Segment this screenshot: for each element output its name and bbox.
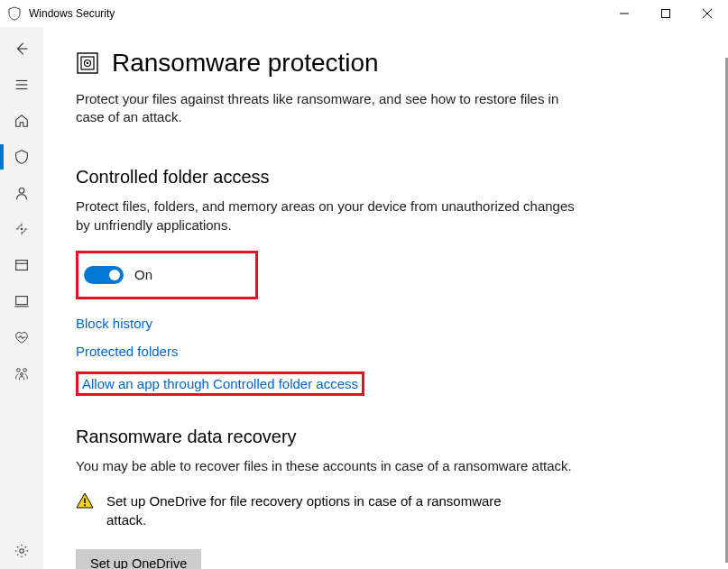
window-controls: [604, 0, 728, 27]
nav-family-options[interactable]: [0, 355, 43, 391]
cfa-desc: Protect files, folders, and memory areas…: [76, 197, 581, 234]
cfa-toggle[interactable]: [84, 266, 124, 284]
nav-account-protection[interactable]: [0, 175, 43, 211]
ransomware-icon: [76, 51, 99, 75]
recovery-warning: Set up OneDrive for file recovery option…: [106, 491, 539, 529]
nav-device-security[interactable]: [0, 283, 43, 319]
svg-point-9: [21, 228, 23, 230]
svg-point-8: [19, 188, 24, 193]
nav-settings[interactable]: [0, 533, 43, 569]
window-title: Windows Security: [29, 7, 115, 20]
svg-point-21: [87, 62, 88, 64]
minimize-button[interactable]: [604, 0, 645, 27]
nav-virus-protection[interactable]: [0, 139, 43, 175]
nav-back[interactable]: [0, 31, 43, 67]
svg-point-15: [23, 369, 27, 372]
content-area: Ransomware protection Protect your files…: [43, 27, 728, 569]
link-allow-app-highlight: Allow an app through Controlled folder a…: [76, 372, 364, 396]
warning-icon: [76, 491, 94, 512]
page-title: Ransomware protection: [112, 49, 379, 78]
cfa-toggle-highlight: On: [76, 251, 258, 299]
maximize-button[interactable]: [645, 0, 687, 27]
svg-point-16: [21, 372, 23, 375]
nav-menu[interactable]: [0, 67, 43, 103]
cfa-title: Controlled folder access: [76, 167, 692, 188]
nav-device-performance[interactable]: [0, 319, 43, 355]
link-block-history[interactable]: Block history: [76, 316, 152, 331]
link-allow-app[interactable]: Allow an app through Controlled folder a…: [82, 376, 358, 391]
svg-rect-1: [662, 10, 670, 18]
titlebar: Windows Security: [0, 0, 728, 27]
nav-firewall[interactable]: [0, 211, 43, 247]
setup-onedrive-button[interactable]: Set up OneDrive: [76, 549, 201, 570]
nav-app-browser[interactable]: [0, 247, 43, 283]
svg-rect-12: [16, 297, 28, 305]
link-protected-folders[interactable]: Protected folders: [76, 344, 178, 359]
recovery-desc: You may be able to recover files in thes…: [76, 456, 581, 475]
sidebar: [0, 27, 43, 569]
cfa-toggle-label: On: [134, 267, 152, 282]
close-button[interactable]: [687, 0, 728, 27]
nav-home[interactable]: [0, 103, 43, 139]
svg-point-17: [20, 549, 24, 554]
svg-point-23: [84, 504, 86, 506]
page-subtitle: Protect your files against threats like …: [76, 90, 581, 127]
recovery-title: Ransomware data recovery: [76, 427, 692, 447]
svg-point-14: [17, 369, 21, 372]
svg-rect-10: [16, 261, 28, 271]
app-icon: [7, 6, 22, 21]
